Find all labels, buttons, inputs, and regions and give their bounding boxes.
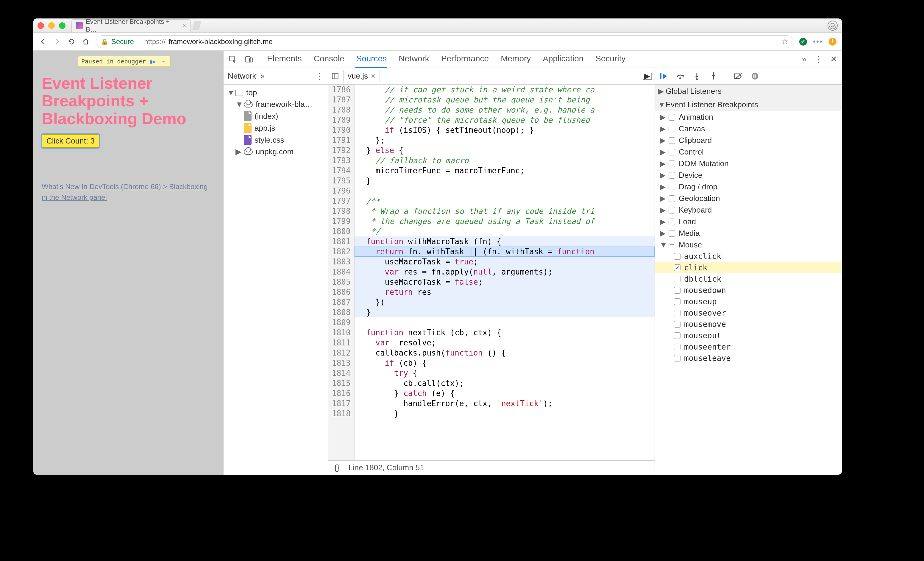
inspect-element-icon[interactable] [228, 55, 237, 63]
address-bar[interactable]: 🔒 Secure | https://framework-blackboxing… [96, 35, 794, 48]
navigator-tab-network[interactable]: Network [228, 72, 256, 81]
panel-tab-sources[interactable]: Sources [356, 50, 387, 68]
checkbox-mouseenter[interactable] [674, 344, 681, 350]
category-mouse[interactable]: ▼Mouse [655, 239, 842, 251]
checkbox-mousedown[interactable] [674, 287, 681, 294]
tab-close-button[interactable]: × [182, 22, 186, 30]
event-mouseleave[interactable]: mouseleave [655, 352, 842, 364]
forward-button[interactable] [53, 38, 62, 46]
browser-tab[interactable]: Event Listener Breakpoints + B… × [72, 20, 190, 32]
panel-tab-performance[interactable]: Performance [441, 50, 489, 68]
panel-tab-network[interactable]: Network [398, 50, 430, 68]
checkbox-mouse[interactable] [669, 242, 675, 248]
minimize-window-button[interactable] [48, 22, 55, 29]
tree-file-index[interactable]: (index) [225, 110, 326, 122]
category-geolocation[interactable]: ▶Geolocation [655, 193, 842, 204]
pretty-print-icon[interactable]: {} [334, 463, 339, 472]
overlay-resume-button[interactable]: ▮▶ [149, 58, 157, 65]
checkbox-mouseleave[interactable] [674, 355, 681, 362]
resume-button[interactable] [659, 72, 668, 81]
pause-on-exceptions-button[interactable] [750, 72, 759, 81]
category-canvas[interactable]: ▶Canvas [655, 123, 842, 135]
checkbox-mousemove[interactable] [674, 321, 681, 327]
overlay-step-over-button[interactable]: ↷ [159, 58, 167, 65]
checkbox[interactable] [669, 172, 675, 178]
category-media[interactable]: ▶Media [655, 228, 842, 239]
extension-icon-1[interactable]: ✔ [799, 38, 807, 45]
home-button[interactable] [82, 38, 90, 46]
code-area[interactable]: 1786178717881789179017911792179317941795… [328, 85, 655, 460]
event-auxclick[interactable]: auxclick [655, 251, 842, 262]
event-mouseover[interactable]: mouseover [655, 307, 842, 319]
tree-top[interactable]: ▼top [225, 87, 326, 99]
run-snippet-icon[interactable]: ▶ [643, 73, 652, 80]
checkbox-mouseup[interactable] [674, 298, 681, 305]
panel-tab-console[interactable]: Console [313, 50, 345, 68]
event-mouseenter[interactable]: mouseenter [655, 341, 842, 352]
checkbox-dblclick[interactable] [674, 276, 681, 282]
event-click[interactable]: ✔click [655, 262, 842, 273]
new-tab-button[interactable] [192, 21, 201, 30]
checkbox[interactable] [669, 230, 675, 237]
checkbox[interactable] [669, 114, 675, 121]
click-count-button[interactable]: Click Count: 3 [42, 134, 99, 148]
panel-tab-elements[interactable]: Elements [266, 50, 303, 68]
bookmark-star-icon[interactable]: ☆ [782, 37, 788, 46]
extension-icon-2[interactable]: ! [829, 38, 837, 45]
more-panels-icon[interactable]: » [802, 54, 806, 64]
tree-domain-2[interactable]: ▶unpkg.com [225, 146, 326, 158]
checkbox[interactable] [669, 149, 675, 155]
panel-tab-memory[interactable]: Memory [500, 50, 531, 68]
event-mousemove[interactable]: mousemove [655, 319, 842, 330]
tree-file-appjs[interactable]: app.js [225, 122, 326, 134]
maximize-window-button[interactable] [59, 22, 66, 29]
editor-tab-vuejs[interactable]: vue.js × [343, 70, 380, 83]
step-into-button[interactable] [692, 72, 701, 81]
tree-file-stylecss[interactable]: style.css [225, 134, 326, 146]
step-out-button[interactable] [709, 72, 718, 81]
checkbox[interactable] [669, 126, 675, 132]
checkbox-mouseover[interactable] [674, 310, 681, 316]
navigator-menu-icon[interactable]: ⋮ [315, 71, 324, 81]
category-clipboard[interactable]: ▶Clipboard [655, 135, 842, 146]
checkbox[interactable] [669, 219, 675, 225]
editor-tab-close-icon[interactable]: × [371, 72, 375, 81]
section-global-listeners[interactable]: ▶Global Listeners [655, 85, 842, 98]
section-event-listener-breakpoints[interactable]: ▼Event Listener Breakpoints [655, 98, 842, 111]
checkbox[interactable] [669, 207, 675, 213]
checkbox[interactable] [669, 195, 675, 202]
toggle-navigator-icon[interactable] [332, 72, 339, 80]
event-mouseout[interactable]: mouseout [655, 330, 842, 341]
checkbox-mouseout[interactable] [674, 332, 681, 339]
category-animation[interactable]: ▶Animation [655, 111, 842, 123]
category-drag-drop[interactable]: ▶Drag / drop [655, 181, 842, 193]
checkbox[interactable] [669, 137, 675, 144]
category-dom-mutation[interactable]: ▶DOM Mutation [655, 158, 842, 170]
checkbox-click[interactable]: ✔ [674, 264, 681, 271]
step-over-button[interactable] [676, 72, 685, 81]
checkbox[interactable] [669, 160, 675, 167]
device-mode-icon[interactable] [245, 55, 254, 63]
back-button[interactable] [39, 38, 47, 46]
event-mouseup[interactable]: mouseup [655, 296, 842, 307]
panel-tab-application[interactable]: Application [542, 50, 584, 68]
panel-tab-security[interactable]: Security [595, 50, 626, 68]
checkbox[interactable] [669, 184, 675, 190]
close-window-button[interactable] [38, 22, 44, 29]
devtools-close-icon[interactable]: ✕ [830, 54, 837, 64]
page-link[interactable]: What's New In DevTools (Chrome 66) > Bla… [42, 182, 215, 203]
category-load[interactable]: ▶Load [655, 216, 842, 228]
navigator-more-tabs-icon[interactable]: » [260, 72, 264, 81]
deactivate-breakpoints-button[interactable] [734, 72, 743, 81]
tree-domain-1[interactable]: ▼framework-bla… [225, 99, 326, 110]
category-keyboard[interactable]: ▶Keyboard [655, 204, 842, 216]
event-dblclick[interactable]: dblclick [655, 273, 842, 285]
event-mousedown[interactable]: mousedown [655, 285, 842, 296]
checkbox-auxclick[interactable] [674, 253, 681, 260]
category-device[interactable]: ▶Device [655, 170, 842, 181]
devtools-menu-icon[interactable]: ⋮ [814, 54, 822, 64]
extension-overflow-icon[interactable]: ••• [813, 37, 823, 46]
category-control[interactable]: ▶Control [655, 146, 842, 158]
reload-button[interactable] [67, 38, 76, 46]
profile-button[interactable] [828, 21, 838, 31]
